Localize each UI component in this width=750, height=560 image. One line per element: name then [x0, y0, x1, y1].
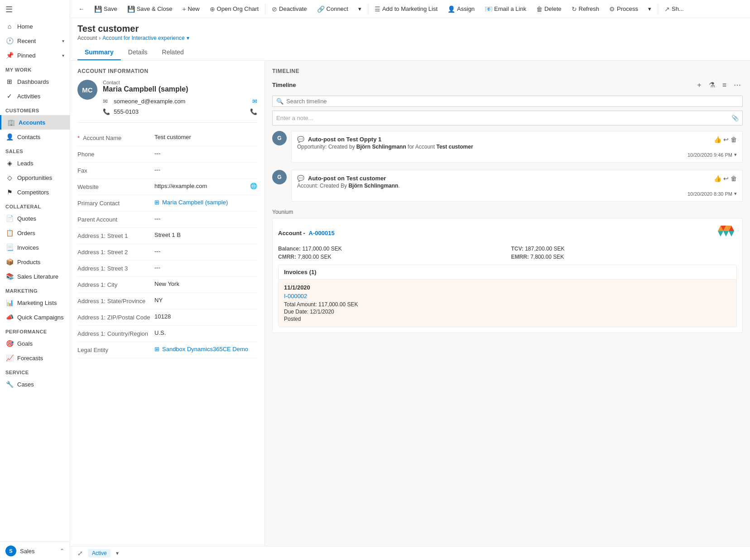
- younium-grid: Balance: 117,000.00 SEK TCV: 187,200.00 …: [278, 246, 737, 260]
- back-button[interactable]: ←: [74, 4, 89, 14]
- back-icon: ←: [78, 5, 84, 12]
- sidebar-item-quotes[interactable]: 📄 Quotes: [0, 211, 70, 226]
- status-chevron-icon[interactable]: ▾: [116, 550, 119, 556]
- sidebar-item-marketing-lists[interactable]: 📊 Marketing Lists: [0, 295, 70, 310]
- timeline-item-2-expand-icon[interactable]: ▾: [734, 191, 737, 197]
- timeline-header: Timeline + ⚗ ≡ ⋯: [272, 80, 743, 90]
- sidebar-item-dashboards[interactable]: ⊞ Dashboards: [0, 74, 70, 89]
- timeline-note-input[interactable]: Enter a note... 📎: [272, 111, 743, 126]
- timeline-more-button[interactable]: ⋯: [732, 80, 743, 90]
- tab-related[interactable]: Related: [155, 45, 191, 60]
- customers-section-label: Customers: [0, 103, 70, 115]
- assign-button[interactable]: 👤 Assign: [443, 4, 479, 14]
- field-city: Address 1: City New York: [77, 277, 257, 293]
- timeline-view-button[interactable]: ≡: [721, 80, 728, 90]
- sidebar-item-contacts[interactable]: 👤 Contacts: [0, 130, 70, 144]
- breadcrumb-sep: ›: [99, 35, 101, 41]
- field-state: Address 1: State/Province NY: [77, 293, 257, 309]
- timeline-add-button[interactable]: +: [695, 80, 703, 90]
- timeline-item-1-delete-button[interactable]: 🗑: [731, 136, 737, 143]
- timeline-item-1-expand-icon[interactable]: ▾: [734, 152, 737, 158]
- sidebar-item-recent[interactable]: 🕐 Recent ▾: [0, 34, 70, 48]
- add-to-marketing-list-button[interactable]: ☰ Add to Marketing List: [370, 4, 442, 14]
- timeline-item-1-avatar: G: [272, 131, 287, 145]
- process-dropdown-icon: ▾: [648, 5, 651, 12]
- refresh-button[interactable]: ↻ Refresh: [567, 4, 604, 14]
- breadcrumb: Account › Account for Interactive experi…: [77, 35, 743, 41]
- sidebar-item-products[interactable]: 📦 Products: [0, 255, 70, 269]
- sidebar-item-cases[interactable]: 🔧 Cases: [0, 377, 70, 391]
- contact-email: someone_d@example.com: [114, 98, 185, 105]
- delete-button[interactable]: 🗑 Delete: [532, 4, 566, 14]
- content-area: ACCOUNT INFORMATION MC Contact Maria Cam…: [70, 61, 750, 546]
- expand-icon[interactable]: ⤢: [77, 550, 83, 557]
- save-close-button[interactable]: 💾 Save & Close: [123, 4, 177, 14]
- breadcrumb-dropdown-icon[interactable]: ▾: [187, 35, 189, 41]
- invoice-date: 11/1/2020: [284, 284, 731, 291]
- sidebar-item-competitors[interactable]: ⚑ Competitors: [0, 185, 70, 199]
- connect-dropdown-button[interactable]: ▾: [354, 4, 366, 14]
- timeline-item-1-like-button[interactable]: 👍: [714, 136, 721, 143]
- deactivate-button[interactable]: ⊘ Deactivate: [267, 4, 311, 14]
- hamburger-menu[interactable]: ☰: [0, 0, 70, 19]
- tab-summary[interactable]: Summary: [77, 45, 121, 60]
- process-button[interactable]: ⚙ Process: [605, 4, 643, 14]
- sidebar-item-leads[interactable]: ◈ Leads: [0, 156, 70, 170]
- sidebar-item-quick-campaigns[interactable]: 📣 Quick Campaigns: [0, 310, 70, 324]
- tab-details[interactable]: Details: [121, 45, 155, 60]
- invoice-row: 11/1/2020 I-000002 Total Amount: 117,000…: [279, 280, 736, 327]
- younium-balance: Balance: 117,000.00 SEK: [278, 246, 504, 252]
- sidebar-item-activities[interactable]: ✓ Activities: [0, 89, 70, 103]
- leads-icon: ◈: [5, 159, 14, 167]
- sidebar-item-goals[interactable]: 🎯 Goals: [0, 336, 70, 351]
- timeline-item-1-reply-button[interactable]: ↩: [723, 136, 729, 143]
- timeline-item-2-delete-button[interactable]: 🗑: [731, 175, 737, 182]
- younium-cmrr: CMRR: 7,800.00 SEK: [278, 254, 504, 260]
- sidebar-item-opportunities[interactable]: ◇ Opportunities: [0, 170, 70, 185]
- timeline-item-2-like-button[interactable]: 👍: [714, 175, 721, 182]
- primary-contact-link[interactable]: Maria Campbell (sample): [162, 199, 228, 206]
- phone-detail-icon: 📞: [103, 108, 110, 115]
- tabs: Summary Details Related: [70, 41, 750, 61]
- sidebar-item-orders[interactable]: 📋 Orders: [0, 226, 70, 240]
- timeline-item-2: G 💬 Auto-post on Test customer Account: …: [272, 170, 743, 202]
- open-org-chart-button[interactable]: ⊕ Open Org Chart: [205, 4, 264, 14]
- sidebar-item-invoices[interactable]: 📃 Invoices: [0, 240, 70, 255]
- contact-avatar: MC: [77, 80, 97, 100]
- email-action-icon[interactable]: ✉: [252, 98, 257, 105]
- legal-entity-link[interactable]: Sandbox Dynamics365CE Demo: [162, 346, 248, 352]
- contact-info: Contact Maria Campbell (sample) ✉ someon…: [103, 80, 257, 117]
- contact-name[interactable]: Maria Campbell (sample): [103, 85, 257, 93]
- marketing-section-label: Marketing: [0, 284, 70, 295]
- invoice-id-link[interactable]: I-000002: [284, 293, 731, 299]
- goals-icon: 🎯: [5, 340, 14, 347]
- timeline-filter-button[interactable]: ⚗: [707, 80, 717, 90]
- invoices-icon: 📃: [5, 244, 14, 251]
- new-button[interactable]: + New: [178, 4, 204, 14]
- timeline-item-2-reply-button[interactable]: ↩: [723, 175, 729, 182]
- timeline-item-2-title-area: 💬 Auto-post on Test customer Account: Cr…: [297, 175, 400, 189]
- sidebar-item-sales-literature[interactable]: 📚 Sales Literature: [0, 269, 70, 284]
- process-dropdown-button[interactable]: ▾: [644, 4, 656, 14]
- note-placeholder-text: Enter a note...: [276, 115, 313, 121]
- globe-icon[interactable]: 🌐: [250, 183, 257, 189]
- connect-button[interactable]: 🔗 Connect: [312, 4, 353, 14]
- products-icon: 📦: [5, 258, 14, 266]
- timeline-item-2-icon: 💬: [297, 175, 304, 182]
- email-link-button[interactable]: 📧 Email a Link: [480, 4, 531, 14]
- breadcrumb-current[interactable]: Account for Interactive experience: [102, 35, 184, 41]
- save-button[interactable]: 💾 Save: [90, 4, 122, 14]
- sidebar-item-pinned[interactable]: 📌 Pinned ▾: [0, 48, 70, 63]
- page-title: Test customer: [77, 24, 743, 34]
- phone-action-icon[interactable]: 📞: [250, 108, 257, 115]
- contact-details: ✉ someone_d@example.com ✉ 📞 555-0103 📞: [103, 96, 257, 117]
- sidebar-bottom[interactable]: S Sales ⌃: [0, 541, 70, 560]
- sidebar-item-accounts[interactable]: 🏢 Accounts: [0, 115, 70, 130]
- marketing-lists-icon: 📊: [5, 299, 14, 306]
- sidebar-item-forecasts[interactable]: 📈 Forecasts: [0, 351, 70, 365]
- share-button[interactable]: ↗ Sh...: [660, 4, 688, 14]
- timeline-search-input[interactable]: [286, 98, 739, 105]
- contact-card: MC Contact Maria Campbell (sample) ✉ som…: [77, 80, 257, 123]
- sidebar-item-home[interactable]: ⌂ Home: [0, 19, 70, 34]
- younium-account-id-link[interactable]: A-000015: [309, 230, 335, 237]
